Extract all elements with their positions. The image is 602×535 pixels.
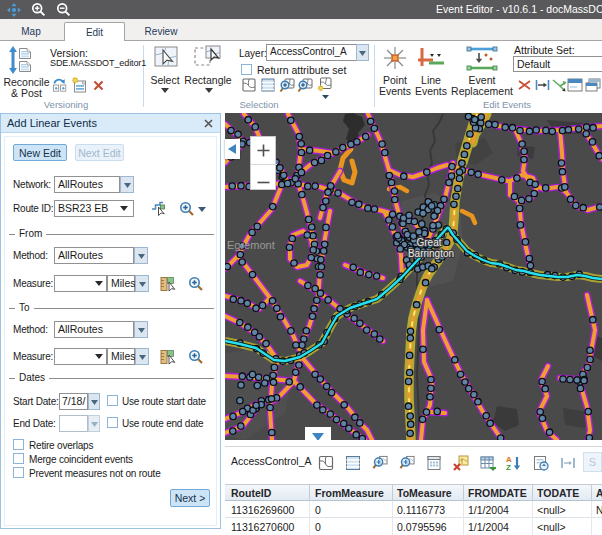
svg-text:Barrington: Barrington <box>408 248 454 259</box>
svg-text:Great: Great <box>416 237 441 248</box>
svg-text:Egremont: Egremont <box>227 239 275 251</box>
svg-text:Z: Z <box>506 463 511 471</box>
